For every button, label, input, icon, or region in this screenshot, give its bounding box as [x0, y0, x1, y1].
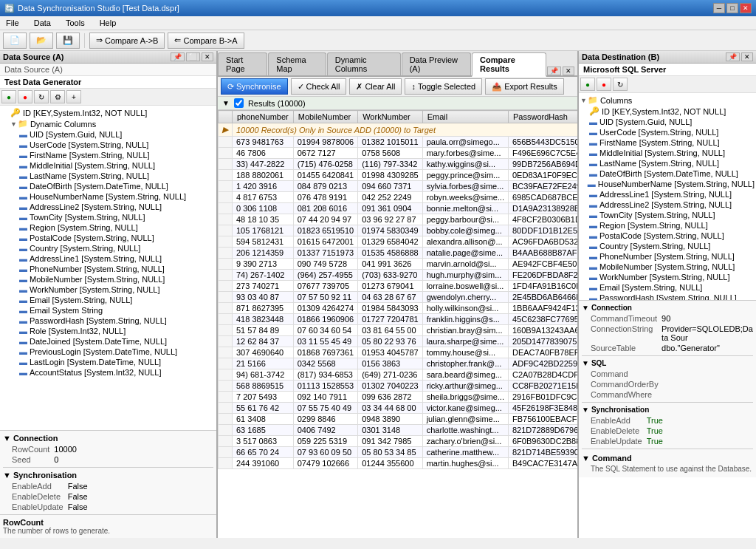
table-row[interactable]: 244 39106007479 10266601244 355600martin… [219, 458, 578, 469]
right-panel-controls[interactable]: 📌 ✕ [726, 52, 753, 61]
table-row[interactable]: 188 880206101455 642084101998 4309285peg… [219, 170, 578, 181]
col-password[interactable]: PasswordHash [508, 111, 577, 123]
table-row[interactable]: 105 176812101823 651951001974 5830349bob… [219, 225, 578, 236]
right-tree-item-18[interactable]: ▬Email [System.String, NULL] [580, 282, 755, 293]
compare-ba-button[interactable]: ⇐ Compare B->A [168, 33, 244, 49]
results-expand-icon[interactable]: ▼ [222, 99, 230, 107]
left-float-button[interactable]: ⬜ [186, 52, 200, 61]
table-row[interactable]: 21 51660342 55680156 3863christopher.fra… [219, 358, 578, 369]
table-row[interactable]: 61 34080299 88460948 3890julian.glenn@si… [219, 414, 578, 425]
right-tree-arrow-0[interactable]: ▼ [580, 97, 587, 104]
tab-dynamic-columns[interactable]: Dynamic Columns [327, 52, 401, 75]
right-tree-item-4[interactable]: ▬FirstName [System.String, NULL] [580, 137, 755, 148]
left-tree-item-20[interactable]: ▬PasswordHash [System.String, NULL] [1, 316, 215, 326]
table-row[interactable]: 51 57 84 8907 60 34 60 5403 81 64 55 00c… [219, 325, 578, 336]
title-bar-controls[interactable]: ─ □ ✕ [713, 3, 752, 13]
toggle-selected-button[interactable]: ↕ Toggle Selected [405, 78, 482, 95]
table-row[interactable]: 55 61 76 4207 55 75 40 4903 34 44 68 00v… [219, 403, 578, 414]
sync-section-header[interactable]: ▼ Synchronisation [3, 471, 213, 480]
maximize-button[interactable]: □ [726, 3, 738, 13]
left-tree-item-14[interactable]: ▬AddressLine1 [System.String, NULL] [1, 253, 215, 264]
tab-data-preview[interactable]: Data Preview (A) [402, 52, 471, 75]
check-all-button[interactable]: ✓ Check All [291, 78, 347, 95]
col-phone[interactable]: phoneNumber [233, 111, 294, 123]
table-row[interactable]: 1 420 3916084 879 0213094 660 7371sylvia… [219, 181, 578, 192]
left-tree-item-23[interactable]: ▬PreviousLogin [System.DateTime, NULL] [1, 347, 215, 357]
table-row[interactable]: 66 65 70 2407 93 60 09 5005 80 53 34 85c… [219, 447, 578, 458]
left-tree-item-22[interactable]: ▬DateJoined [System.DateTime, NULL] [1, 336, 215, 347]
export-results-button[interactable]: 📤 Export Results [485, 78, 564, 95]
right-tree-item-5[interactable]: ▬MiddleInitial [System.String, NULL] [580, 148, 755, 158]
left-tree-item-6[interactable]: ▬LastName [System.String, NULL] [1, 171, 215, 181]
left-tree-item-12[interactable]: ▬PostalCode [System.String, NULL] [1, 233, 215, 243]
tree-disconnect-button[interactable]: ● [18, 90, 32, 103]
right-refresh-button[interactable]: ↻ [613, 78, 628, 91]
left-tree-item-9[interactable]: ▬AddressLine2 [System.String, NULL] [1, 202, 215, 212]
col-mobile[interactable]: MobileNumber [293, 111, 357, 123]
table-row[interactable]: 12 62 84 3703 11 55 45 4905 80 22 93 76l… [219, 336, 578, 347]
save-button[interactable]: 💾 [56, 33, 80, 49]
right-tree-item-8[interactable]: ▬HouseNumberName [System.String, NULL] [580, 179, 755, 189]
table-row[interactable]: 93 03 40 8707 57 50 92 1104 63 28 67 67g… [219, 292, 578, 303]
right-pin-button[interactable]: 📌 [726, 52, 740, 61]
left-tree-item-7[interactable]: ▬DateOfBirth [System.DateTime, NULL] [1, 181, 215, 191]
table-row[interactable]: 206 121435901337 715197301535 4586888nat… [219, 248, 578, 259]
table-row[interactable]: 74) 267-1402(964) 257-4955(703) 633-9270… [219, 270, 578, 281]
table-row[interactable]: 273 74027107677 73970501273 679041lorrai… [219, 281, 578, 292]
left-tree-item-1[interactable]: ▼📁Dynamic Columns [1, 118, 215, 129]
data-table-container[interactable]: phoneNumber MobileNumber WorkNumber Emai… [218, 110, 577, 538]
right-tree-item-19[interactable]: ▬PasswordHash [System.String, NULL] [580, 293, 755, 300]
right-tree-item-14[interactable]: ▬Country [System.String, NULL] [580, 241, 755, 251]
left-tree-item-8[interactable]: ▬HouseNumberName [System.String, NULL] [1, 191, 215, 202]
menu-tools[interactable]: Tools [63, 18, 88, 28]
table-row[interactable]: 4 817 6753076 478 9191042 252 2249robyn.… [219, 192, 578, 203]
left-tree-item-13[interactable]: ▬Country [System.String, NULL] [1, 243, 215, 253]
tab-compare-results[interactable]: Compare Results [472, 52, 546, 77]
new-button[interactable]: 📄 [3, 33, 27, 49]
right-tree-item-9[interactable]: ▬AddressLine1 [System.String, NULL] [580, 189, 755, 200]
right-tree-item-3[interactable]: ▬UserCode [System.String, NULL] [580, 127, 755, 137]
col-email[interactable]: Email [422, 111, 508, 123]
right-tree-item-2[interactable]: ▬UID [System.Guid, NULL] [580, 117, 755, 127]
left-tree-item-15[interactable]: ▬PhoneNumber [System.String, NULL] [1, 264, 215, 274]
tree-settings-button[interactable]: ⚙ [50, 90, 65, 103]
menu-file[interactable]: File [3, 18, 22, 28]
left-tree-view[interactable]: 🔑ID [KEY,System.Int32, NOT NULL]▼📁Dynami… [0, 106, 216, 430]
right-tree-item-13[interactable]: ▬PostalCode [System.String, NULL] [580, 231, 755, 241]
open-button[interactable]: 📂 [30, 33, 53, 49]
table-row[interactable]: 33) 447-2822(715) 476-0258(116) 797-3342… [219, 159, 578, 170]
right-tree-item-16[interactable]: ▬MobileNumber [System.String, NULL] [580, 262, 755, 272]
right-tree-item-15[interactable]: ▬PhoneNumber [System.String, NULL] [580, 251, 755, 262]
right-disconnect-button[interactable]: ● [597, 78, 611, 91]
table-row[interactable]: 673 948176301994 987800601382 1015011pau… [219, 137, 578, 148]
left-pin-button[interactable]: 📌 [171, 52, 185, 61]
right-tree-item-0[interactable]: ▼📁Columns [580, 95, 755, 106]
right-tree-view[interactable]: ▼📁Columns🔑ID [KEY,System.Int32, NOT NULL… [579, 93, 756, 300]
table-row[interactable]: 594 581243101615 647200101329 6584042ale… [219, 236, 578, 248]
right-connection-header[interactable]: ▼ Connection [582, 304, 753, 312]
left-tree-item-16[interactable]: ▬MobileNumber [System.String, NULL] [1, 274, 215, 284]
table-row[interactable]: 46 78060672 71270758 5608mary.forbes@sim… [219, 148, 578, 159]
left-tree-item-11[interactable]: ▬Region [System.String, NULL] [1, 222, 215, 233]
right-command-header[interactable]: ▼ Command [582, 454, 753, 463]
table-row[interactable]: 9 390 2713090 749 5728041 991 3626marvin… [219, 259, 578, 270]
right-close-button[interactable]: ✕ [741, 52, 753, 61]
close-button[interactable]: ✕ [740, 3, 752, 13]
left-close-button[interactable]: ✕ [202, 52, 213, 61]
left-tree-item-5[interactable]: ▬MiddleInitial [System.String, NULL] [1, 160, 215, 171]
right-sql-header[interactable]: ▼ SQL [582, 359, 753, 367]
right-connect-button[interactable]: ● [580, 78, 595, 91]
compare-ab-button[interactable]: ⇒ Compare A->B [89, 33, 165, 49]
right-tree-item-1[interactable]: 🔑ID [KEY,System.Int32, NOT NULL] [580, 106, 755, 117]
results-checkbox[interactable] [234, 98, 244, 108]
right-tree-item-7[interactable]: ▬DateOfBirth [System.DateTime, NULL] [580, 168, 755, 179]
left-tree-item-4[interactable]: ▬FirstName [System.String, NULL] [1, 150, 215, 160]
tab-start-page[interactable]: Start Page [218, 52, 267, 75]
left-tree-item-3[interactable]: ▬UserCode [System.String, NULL] [1, 140, 215, 150]
right-tree-item-17[interactable]: ▬WorkNumber [System.String, NULL] [580, 272, 755, 282]
center-close-button[interactable]: ✕ [563, 67, 574, 75]
col-work[interactable]: WorkNumber [358, 111, 422, 123]
table-row[interactable]: 418 382344801866 196090601727 7204781fra… [219, 314, 578, 325]
tab-schema-map[interactable]: Schema Map [268, 52, 326, 75]
minimize-button[interactable]: ─ [713, 3, 725, 13]
